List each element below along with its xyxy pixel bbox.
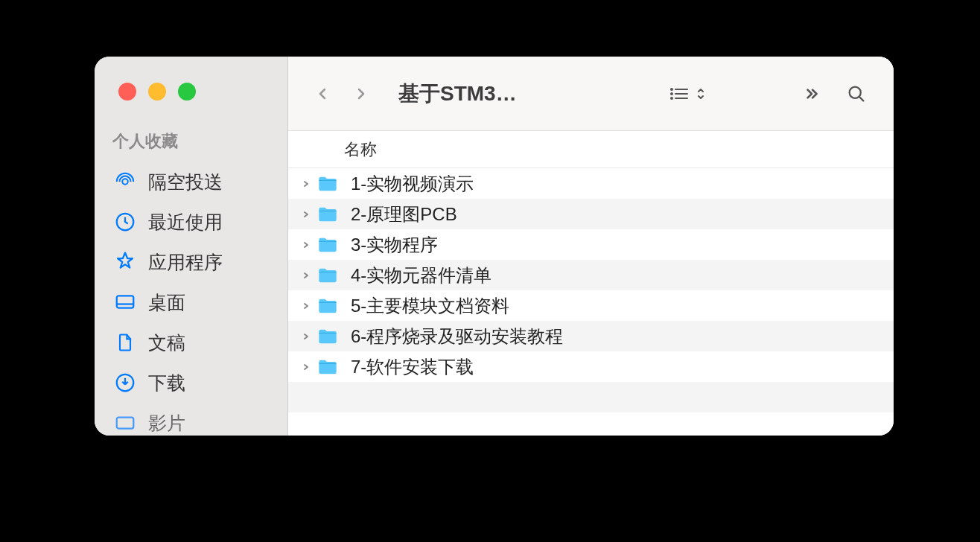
apps-icon [112, 249, 138, 275]
empty-row [288, 412, 894, 436]
folder-icon [316, 266, 339, 285]
back-button[interactable] [306, 77, 339, 110]
list-view-icon [667, 85, 693, 103]
close-button[interactable] [118, 83, 136, 101]
folder-icon [316, 235, 339, 255]
sidebar-item-airdrop[interactable]: 隔空投送 [95, 162, 287, 202]
file-row[interactable]: 1-实物视频演示 [288, 168, 894, 199]
svg-line-12 [859, 96, 864, 101]
svg-point-9 [671, 93, 672, 95]
column-name-header: 名称 [344, 138, 377, 161]
folder-icon [316, 327, 339, 346]
sidebar-item-recents[interactable]: 最近使用 [95, 202, 287, 242]
airdrop-icon [112, 169, 138, 194]
search-button[interactable] [837, 77, 876, 110]
view-mode-button[interactable] [660, 85, 713, 103]
disclosure-triangle-icon[interactable] [300, 211, 312, 218]
document-icon [112, 330, 138, 355]
more-button[interactable] [792, 77, 831, 110]
chevron-updown-icon [696, 85, 706, 103]
disclosure-triangle-icon[interactable] [300, 241, 312, 249]
file-name: 6-程序烧录及驱动安装教程 [351, 325, 563, 348]
file-name: 1-实物视频演示 [351, 172, 474, 196]
disclosure-triangle-icon[interactable] [300, 302, 312, 310]
sidebar-item-desktop[interactable]: 桌面 [95, 282, 287, 322]
fullscreen-button[interactable] [178, 83, 196, 101]
svg-rect-4 [117, 418, 134, 429]
empty-row [288, 382, 894, 412]
folder-icon [316, 296, 339, 316]
folder-icon [316, 357, 339, 377]
svg-point-8 [671, 89, 672, 90]
search-icon [846, 83, 867, 104]
disclosure-triangle-icon[interactable] [300, 333, 312, 340]
svg-point-10 [671, 98, 672, 99]
forward-button[interactable] [345, 77, 378, 110]
file-row[interactable]: 6-程序烧录及驱动安装教程 [288, 321, 894, 351]
chevron-double-right-icon [802, 84, 821, 103]
toolbar: 基于STM32单片机... [288, 57, 894, 131]
file-name: 2-原理图PCB [351, 203, 457, 226]
file-name: 7-软件安装下载 [351, 355, 474, 379]
sidebar-item-label: 最近使用 [148, 210, 223, 235]
main-content: 基于STM32单片机... [288, 57, 894, 436]
sidebar-item-downloads[interactable]: 下载 [95, 363, 287, 403]
sidebar-item-label: 隔空投送 [148, 170, 223, 194]
sidebar-item-applications[interactable]: 应用程序 [95, 242, 287, 282]
column-header[interactable]: 名称 [288, 131, 894, 168]
sidebar-item-label: 应用程序 [148, 250, 223, 275]
window-title: 基于STM32单片机... [398, 80, 524, 108]
sidebar-item-documents[interactable]: 文稿 [95, 322, 287, 363]
folder-icon [316, 174, 339, 194]
minimize-button[interactable] [148, 83, 166, 101]
disclosure-triangle-icon[interactable] [300, 272, 312, 279]
file-row[interactable]: 5-主要模块文档资料 [288, 290, 894, 321]
file-row[interactable]: 2-原理图PCB [288, 199, 894, 229]
folder-icon [316, 205, 339, 224]
disclosure-triangle-icon[interactable] [300, 363, 312, 371]
file-list: 1-实物视频演示 2-原理图PCB 3-实物程序 4-实物元器件清单 5-主要模… [288, 168, 894, 436]
clock-icon [112, 209, 138, 235]
file-row[interactable]: 3-实物程序 [288, 229, 894, 260]
svg-point-0 [122, 179, 128, 185]
disclosure-triangle-icon[interactable] [300, 180, 312, 188]
sidebar-item-label: 桌面 [148, 290, 185, 315]
sidebar-item-label: 下载 [148, 371, 185, 395]
file-row[interactable]: 7-软件安装下载 [288, 351, 894, 382]
movies-icon [112, 410, 138, 436]
file-name: 3-实物程序 [351, 233, 438, 257]
finder-window: 个人收藏 隔空投送 最近使用 [95, 57, 894, 436]
sidebar-item-label: 文稿 [148, 331, 185, 355]
file-name: 5-主要模块文档资料 [351, 294, 509, 318]
sidebar: 个人收藏 隔空投送 最近使用 [95, 57, 288, 436]
sidebar-item-movies[interactable]: 影片 [95, 403, 287, 436]
file-name: 4-实物元器件清单 [351, 264, 491, 287]
window-controls [95, 83, 287, 130]
download-icon [112, 370, 138, 395]
sidebar-section-favorites: 个人收藏 [95, 130, 287, 162]
desktop-icon [112, 290, 138, 315]
sidebar-item-label: 影片 [148, 411, 185, 436]
file-row[interactable]: 4-实物元器件清单 [288, 260, 894, 290]
svg-rect-2 [117, 296, 134, 307]
